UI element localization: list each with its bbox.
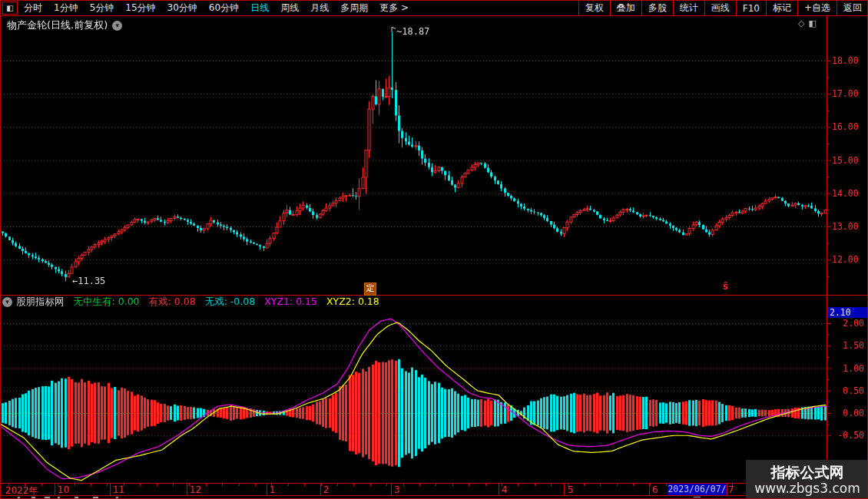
price-axis-label: 13.00	[832, 221, 864, 232]
indicator-max-badge: 2.10	[827, 307, 868, 318]
period-button[interactable]: 月线	[310, 2, 329, 15]
price-axis-label: 12.00	[832, 254, 864, 265]
indicator-field: 无中生有:0.00	[74, 296, 140, 309]
indicator-field-value: 0.00	[118, 296, 140, 309]
action-button[interactable]: 画线	[704, 1, 736, 15]
indicator-field: 有戏:0.08	[149, 296, 196, 309]
x-axis-label: 12	[190, 484, 201, 495]
x-axis-label: 7	[728, 484, 734, 495]
top-toolbar: ◧ 分时1分钟5分钟15分钟30分钟60分钟日线周线月线多周期更多 > 复权叠加…	[1, 1, 868, 16]
period-button[interactable]: 5分钟	[90, 2, 114, 15]
indicator-source-label: 股朋指标网	[16, 296, 65, 309]
indicator-axis-label: 2.00	[832, 318, 864, 329]
period-button[interactable]: 30分钟	[167, 2, 197, 15]
current-date-badge: 2023/06/07/三	[668, 484, 727, 495]
indicator-values: 无中生有:0.00有戏:0.08无戏:-0.08XYZ1:0.15XYZ2:0.…	[74, 296, 379, 309]
action-button[interactable]: +自选	[797, 1, 837, 15]
indicator-field: XYZ2:0.18	[326, 296, 379, 309]
indicator-field-label: XYZ2:	[326, 296, 355, 309]
chevron-down-icon[interactable]: ▾	[112, 21, 122, 31]
indicator-field-label: 无中生有:	[74, 296, 115, 309]
period-button[interactable]: 1分钟	[54, 2, 78, 15]
sell-marker: ŝ	[723, 281, 728, 292]
action-button[interactable]: 多股	[641, 1, 673, 15]
action-button[interactable]: 标记	[766, 1, 797, 15]
indicator-axis-label: 0.50	[832, 385, 864, 396]
x-axis-label: 10	[58, 484, 69, 495]
chart-corner-icons: ◇ ◧	[798, 18, 817, 28]
indicator-field: XYZ1:0.15	[264, 296, 317, 309]
period-button[interactable]: 分时	[24, 2, 42, 15]
indicator-axis-label: 1.50	[832, 340, 864, 351]
indicator-field-label: XYZ1:	[264, 296, 293, 309]
indicator-field-label: 有戏:	[149, 296, 171, 309]
period-button[interactable]: 更多 >	[379, 2, 409, 15]
action-buttons: 复权叠加多股统计画线F10标记+自选返回	[578, 1, 868, 15]
period-buttons: 分时1分钟5分钟15分钟30分钟60分钟日线周线月线多周期更多 >	[24, 2, 409, 15]
price-axis-label: 15.00	[832, 155, 864, 166]
watermark: 指标公式网 www.zbgs3.com	[746, 460, 868, 499]
x-axis-label: 3	[394, 484, 400, 495]
price-axis-label: 18.00	[832, 55, 864, 66]
action-button[interactable]: 叠加	[610, 1, 641, 15]
indicator-axis-label: 0.00	[832, 408, 864, 418]
indicator-field-value: 0.18	[358, 296, 379, 309]
indicator-field: 无戏:-0.08	[205, 296, 256, 309]
x-axis-label: 4	[502, 484, 508, 495]
action-button[interactable]: 复权	[578, 1, 610, 15]
page-title: 物产金轮(日线.前复权)	[7, 18, 108, 32]
action-button[interactable]: 返回	[837, 1, 868, 15]
x-axis-label: 1	[270, 484, 276, 495]
split-view-icon[interactable]: ◧	[808, 18, 816, 28]
period-button[interactable]: 周线	[280, 2, 299, 15]
action-button[interactable]: F10	[736, 1, 766, 15]
x-axis-label: 5	[568, 484, 574, 495]
ding-marker: 定	[364, 283, 376, 296]
indicator-axis-label: -0.50	[832, 430, 864, 441]
x-axis-label: 2	[323, 484, 330, 495]
indicator-source: ▾ 股朋指标网	[2, 296, 65, 309]
indicator-field-value: -0.08	[230, 296, 255, 309]
watermark-url: www.zbgs3.com	[754, 481, 860, 496]
price-axis-label: 14.00	[832, 188, 864, 199]
indicator-header: ▾ 股朋指标网 无中生有:0.00有戏:0.08无戏:-0.08XYZ1:0.1…	[2, 296, 379, 308]
window-split-icon[interactable]: ◧	[2, 2, 18, 15]
indicator-field-value: 0.15	[296, 296, 317, 309]
price-axis-label: 17.00	[832, 88, 864, 99]
chevron-circle-icon[interactable]: ▾	[2, 297, 12, 307]
price-axis-label: 16.00	[832, 121, 864, 132]
action-button[interactable]: 统计	[673, 1, 704, 15]
chart-title-bar: 物产金轮(日线.前复权) ▾	[7, 18, 122, 32]
trading-app-window: ◧ 分时1分钟5分钟15分钟30分钟60分钟日线周线月线多周期更多 > 复权叠加…	[0, 0, 868, 499]
indicator-field-value: 0.08	[174, 296, 196, 309]
indicator-axis-label: 1.00	[832, 363, 864, 374]
period-button[interactable]: 多周期	[340, 2, 368, 15]
period-button[interactable]: 15分钟	[125, 2, 155, 15]
x-axis-label: 11	[113, 484, 124, 495]
indicator-field-label: 无戏:	[205, 296, 227, 309]
period-button[interactable]: 60分钟	[209, 2, 239, 15]
watermark-title: 指标公式网	[771, 464, 844, 481]
x-axis-label: 2022年	[5, 484, 38, 497]
period-button[interactable]: 日线	[250, 2, 269, 15]
x-axis-label: 6	[652, 484, 658, 495]
diamond-icon[interactable]: ◇	[798, 18, 804, 28]
chart-canvas[interactable]	[1, 16, 868, 499]
